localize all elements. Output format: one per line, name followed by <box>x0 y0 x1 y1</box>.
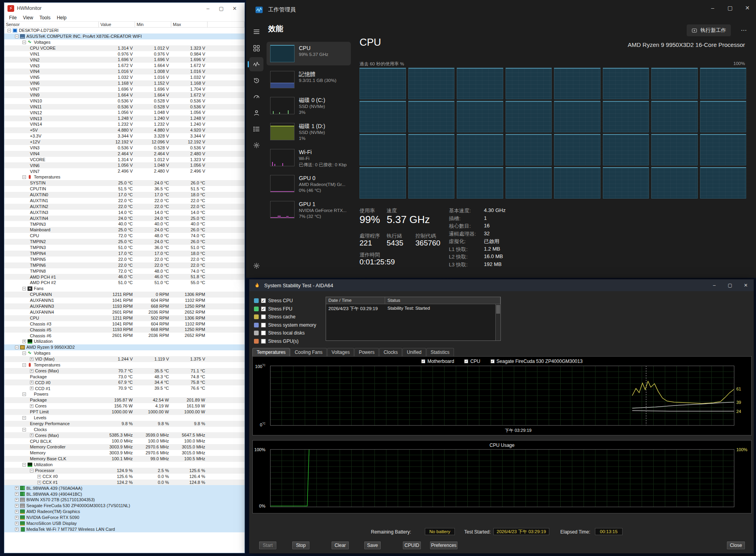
sensor-row[interactable]: +CCX #1124.2 %0.0 %124.8 % <box>4 480 245 485</box>
sensor-row[interactable]: −DESKTOP-LD71ERI <box>4 28 245 33</box>
sensor-row[interactable]: AUXFANIN11041 RPM604 RPM1102 RPM <box>4 298 245 303</box>
close-icon[interactable]: ✕ <box>739 0 756 16</box>
stress-checkbox[interactable] <box>261 314 266 319</box>
sensor-row[interactable]: +12V12.192 V12.096 V12.192 V <box>4 139 245 145</box>
minimize-icon[interactable]: – <box>704 0 721 16</box>
tree-expander[interactable]: + <box>30 433 33 437</box>
sensor-row[interactable]: −Voltages <box>4 39 245 45</box>
tree-expander[interactable]: + <box>15 510 19 513</box>
log-scrollbar[interactable] <box>495 304 500 340</box>
sensor-row[interactable]: +CCX #0125.6 %0.0 %126.4 % <box>4 474 245 480</box>
users-nav-icon[interactable] <box>249 106 263 120</box>
sensor-row[interactable]: +BL.9BWWA.439 (760A04AA) <box>4 485 245 491</box>
sensor-row[interactable]: TMPIN417.0 °C17.0 °C18.0 °C <box>4 251 245 257</box>
log-column-datetime[interactable]: Date / Time <box>326 297 385 304</box>
sensor-row[interactable]: +Cores (Max)5385.3 MHz3599.0 MHz5647.5 M… <box>4 432 245 438</box>
sensor-row[interactable]: AMD PCH #146.0 °C46.0 °C51.8 °C <box>4 274 245 280</box>
tree-expander[interactable]: + <box>30 357 33 361</box>
sensor-row[interactable]: −Levels <box>4 415 245 421</box>
sensor-row[interactable]: TMPIN872.0 °C48.0 °C74.0 °C <box>4 268 245 274</box>
sensor-row[interactable]: +MediaTek Wi-Fi 7 MT7927 Wireless LAN Ca… <box>4 526 245 532</box>
cpuid-button[interactable]: CPUID <box>402 541 421 550</box>
sensor-row[interactable]: −Clocks <box>4 427 245 433</box>
column-header-sensor[interactable]: Sensor <box>4 22 99 27</box>
maximize-icon[interactable]: ▢ <box>215 6 228 11</box>
processes-nav-icon[interactable] <box>249 41 263 55</box>
stress-checkbox[interactable] <box>261 339 266 344</box>
legend-checkbox[interactable]: ✓ <box>421 359 425 363</box>
sensor-row[interactable]: CPU72.0 °C48.0 °C74.0 °C <box>4 233 245 239</box>
maximize-icon[interactable]: ▢ <box>721 0 739 16</box>
tree-expander[interactable]: − <box>30 469 33 472</box>
sidebar-item-gpu0[interactable]: GPU 0AMD Radeon(TM) Gr...0% (46 °C) <box>267 172 351 195</box>
tree-expander[interactable]: + <box>37 475 41 478</box>
sensor-row[interactable]: +3.3V3.344 V3.328 V3.344 V <box>4 133 245 139</box>
sensor-row[interactable]: +MacroSilicon USB Display <box>4 521 245 526</box>
sensor-row[interactable]: VIN61.056 V1.048 V1.056 V <box>4 162 245 168</box>
more-options-icon[interactable]: … <box>741 25 747 32</box>
save-button[interactable]: Save <box>364 541 381 550</box>
sensor-row[interactable]: +Seagate FireCuda 530 ZP4000GM30013 (7VS… <box>4 503 245 509</box>
sensor-row[interactable]: AUXTIN122.0 °C22.0 °C22.0 °C <box>4 198 245 204</box>
sensor-row[interactable]: +Cores156.76 W4.19 W161.59 W <box>4 403 245 409</box>
sensor-row[interactable]: +BIWIN X570 2TB (2517101304353) <box>4 497 245 503</box>
sensor-row[interactable]: −ASUSTeK COMPUTER INC. ProArt X870E-CREA… <box>4 33 245 39</box>
legend-checkbox[interactable]: ✓ <box>491 359 495 363</box>
tree-expander[interactable]: + <box>30 387 33 390</box>
sensor-row[interactable]: VIN141.232 V1.232 V1.240 V <box>4 121 245 127</box>
sensor-row[interactable]: −Processor124.9 %2.5 %125.6 % <box>4 468 245 474</box>
tree-expander[interactable]: − <box>15 346 19 349</box>
tree-expander[interactable]: − <box>22 287 26 290</box>
menu-nav-icon[interactable] <box>249 24 263 39</box>
sensor-row[interactable]: Memory Base CLK100.1 MHz99.0 MHz100.5 MH… <box>4 456 245 462</box>
sensor-row[interactable]: PPT Limit1000.00 W1000.00 W1000.00 W <box>4 409 245 415</box>
sidebar-item-cpu[interactable]: CPU99% 5.37 GHz <box>267 42 351 65</box>
sensor-row[interactable]: CPUTIN51.5 °C36.5 °C51.5 °C <box>4 186 245 192</box>
sensor-row[interactable]: AUXTIN424.0 °C24.0 °C25.0 °C <box>4 216 245 221</box>
sensor-row[interactable]: VIN121.056 V1.048 V1.056 V <box>4 110 245 115</box>
preferences-button[interactable]: Preferences <box>430 541 458 550</box>
stress-option[interactable]: Stress system memory <box>254 322 316 328</box>
sensor-row[interactable]: TMPIN225.0 °C24.0 °C26.0 °C <box>4 239 245 245</box>
sensor-row[interactable]: +Cores (Max)70.7 °C35.5 °C71.1 °C <box>4 368 245 374</box>
sensor-row[interactable]: CPUFANIN1211 RPM0 RPM1306 RPM <box>4 292 245 298</box>
legend-checkbox[interactable]: ✓ <box>464 359 468 363</box>
minimize-icon[interactable]: – <box>201 6 215 11</box>
sensor-row[interactable]: +Utilization <box>4 338 245 344</box>
services-nav-icon[interactable] <box>249 138 263 152</box>
startup-nav-icon[interactable] <box>249 89 263 104</box>
stress-option[interactable]: ✓Stress CPU <box>254 298 293 304</box>
clear-button[interactable]: Clear <box>331 541 349 550</box>
sensor-row[interactable]: CPU BCLK100.0 MHz100.0 MHz100.0 MHz <box>4 438 245 444</box>
sensor-row[interactable]: VCORE1.314 V1.012 V1.323 V <box>4 157 245 163</box>
sidebar-item-memory[interactable]: 記憶體9.3/31.1 GB (30%) <box>267 68 351 91</box>
column-header-value[interactable]: Value <box>99 22 135 27</box>
tree-expander[interactable]: + <box>15 486 19 490</box>
sensor-row[interactable]: +CCD #067.9 °C34.4 °C75.8 °C <box>4 379 245 385</box>
tree-expander[interactable]: + <box>37 481 41 484</box>
stress-option[interactable]: Stress GPU(s) <box>254 338 298 344</box>
sensor-row[interactable]: AUXTIN222.0 °C22.0 °C22.0 °C <box>4 204 245 210</box>
menu-view[interactable]: View <box>20 15 36 20</box>
sensor-row[interactable]: −Utilization <box>4 462 245 468</box>
sensor-row[interactable]: Chassis #31041 RPM604 RPM1102 RPM <box>4 321 245 327</box>
menu-help[interactable]: Help <box>54 15 70 20</box>
sensor-row[interactable]: VIN71.696 V1.696 V1.704 V <box>4 86 245 92</box>
history-nav-icon[interactable] <box>249 73 263 87</box>
tree-expander[interactable]: − <box>22 351 26 355</box>
sensor-row[interactable]: VIN42.464 V2.464 V2.480 V <box>4 151 245 157</box>
legend-item[interactable]: ✓Seagate FireCuda 530 ZP4000GM30013 <box>491 359 583 364</box>
sensor-row[interactable]: +CCD #170.9 °C39.5 °C76.6 °C <box>4 385 245 391</box>
sensor-row[interactable]: Energy Performance9.8 %9.8 %9.8 % <box>4 421 245 427</box>
settings-nav-icon[interactable] <box>249 258 263 273</box>
column-header-min[interactable]: Min <box>135 22 171 27</box>
tree-expander[interactable]: + <box>15 498 19 502</box>
tab-clocks[interactable]: Clocks <box>379 348 402 356</box>
tab-temperatures[interactable]: Temperatures <box>252 348 290 356</box>
menu-file[interactable]: File <box>6 15 20 20</box>
close-button[interactable]: Close <box>726 541 745 550</box>
start-button[interactable]: Start <box>259 541 277 550</box>
sensor-row[interactable]: +5V4.880 V4.880 V4.920 V <box>4 127 245 133</box>
sensor-row[interactable]: +VID (Max)1.244 V1.119 V1.375 V <box>4 356 245 362</box>
sensor-row[interactable]: VIN100.536 V0.528 V0.536 V <box>4 98 245 104</box>
